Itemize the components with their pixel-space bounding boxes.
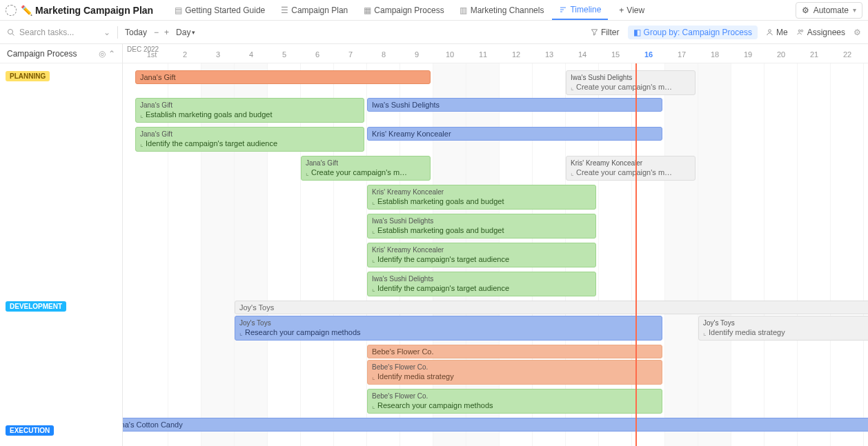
day-cell[interactable]: 2 — [168, 50, 201, 59]
timeline-bar[interactable]: Kris' Kreamy Koncealer⌞Identify the camp… — [367, 243, 596, 267]
gear-icon: ⚙ — [802, 6, 809, 15]
timeline-bar[interactable]: Iwa's Sushi Delights⌞Identify the campai… — [367, 272, 596, 296]
timeline-area: DEC 2022 1st2345678910111213141516171819… — [123, 44, 868, 446]
timeline-bar[interactable]: Kris' Kreamy Koncealer⌞Create your campa… — [566, 156, 696, 181]
bar-task-title: ⌞Create your campaign's m… — [306, 168, 407, 177]
day-cell[interactable]: 16 — [632, 50, 665, 59]
timeline-bar[interactable]: Jana's Gift⌞Identify the campaign's targ… — [135, 127, 364, 152]
me-button[interactable]: Me — [766, 28, 788, 37]
filter-icon — [591, 28, 598, 36]
tab-getting-started-guide[interactable]: ▤Getting Started Guide — [167, 1, 272, 19]
bar-task-title: ⌞Create your campaign's m… — [571, 82, 672, 92]
timeline-bar[interactable]: Kris' Kreamy Koncealer — [367, 127, 662, 141]
tab-campaign-process[interactable]: ▦Campaign Process — [356, 1, 451, 19]
group-planning[interactable]: PLANNING — [0, 66, 55, 85]
timeline-bar[interactable]: Kris' Kreamy Koncealer⌞Establish marketi… — [367, 185, 596, 210]
timeline-bar[interactable]: Iwa's Sushi Delights⌞Create your campaig… — [566, 70, 696, 95]
eye-icon[interactable]: ◎ — [99, 49, 106, 59]
toolbar: Search tasks... ⌄ Today − + Day ▾ Filter… — [0, 21, 868, 44]
automate-button[interactable]: ⚙ Automate ▾ — [796, 2, 862, 19]
day-cell[interactable]: 6 — [301, 50, 334, 59]
svg-marker-5 — [591, 30, 597, 35]
subtask-icon: ⌞ — [372, 226, 375, 235]
timeline-bar[interactable]: Bebe's Flower Co.⌞Research your campaign… — [367, 389, 662, 414]
subtask-icon: ⌞ — [571, 83, 574, 92]
zoom-select[interactable]: Day ▾ — [176, 28, 195, 37]
collapse-icon[interactable]: ⌃ — [108, 49, 115, 59]
day-cell[interactable]: 13 — [533, 50, 566, 59]
day-cell[interactable]: 7 — [334, 50, 367, 59]
tab-campaign-plan[interactable]: ☰Campaign Plan — [273, 1, 355, 19]
day-cell[interactable]: 17 — [665, 50, 698, 59]
timeline-bar[interactable]: Ariana's Cotton Candy — [123, 418, 868, 432]
bar-title: Iwa's Sushi Delights — [372, 101, 440, 109]
page-title[interactable]: ✏️ Marketing Campaign Plan — [21, 5, 153, 16]
minus-button[interactable]: − — [154, 28, 159, 37]
more-button[interactable]: ⚙ — [854, 28, 861, 37]
timeline-bar[interactable]: Jana's Gift — [135, 70, 431, 84]
app-loading-icon — [6, 5, 17, 16]
person-icon — [766, 28, 773, 36]
tab-icon: ☰ — [280, 6, 288, 14]
day-cell[interactable]: 15 — [599, 50, 632, 59]
day-cell[interactable]: 11 — [466, 50, 500, 59]
timeline-bar[interactable]: Joy's Toys — [235, 301, 868, 314]
day-cell[interactable]: 3 — [201, 50, 235, 59]
group-label: EXECUTION — [6, 425, 54, 436]
day-cell[interactable]: 12 — [500, 50, 533, 59]
timeline-bar[interactable]: Jana's Gift⌞Establish marketing goals an… — [135, 98, 364, 123]
today-button[interactable]: Today — [125, 28, 147, 37]
timeline-body[interactable]: Jana's GiftIwa's Sushi Delights⌞Create y… — [123, 63, 868, 446]
subtask-icon: ⌞ — [306, 168, 309, 177]
day-cell[interactable]: 18 — [698, 50, 731, 59]
timeline-bar[interactable]: Bebe's Flower Co.⌞Identify media strateg… — [367, 360, 662, 385]
timeline-bar[interactable]: Iwa's Sushi Delights — [367, 98, 662, 112]
tab-timeline[interactable]: Timeline — [552, 1, 608, 20]
grid-column — [665, 63, 698, 446]
day-cell[interactable]: 20 — [765, 50, 798, 59]
tab-marketing-channels[interactable]: ▥Marketing Channels — [453, 1, 551, 19]
toolbar-right: Filter ◧ Group by: Campaign Process Me A… — [591, 26, 861, 39]
bar-task-title: ⌞Establish marketing goals and budget — [372, 225, 504, 235]
day-cell[interactable]: 21 — [798, 50, 831, 59]
group-development[interactable]: DEVELOPMENT — [0, 296, 72, 316]
day-cell[interactable]: 8 — [367, 50, 400, 59]
page-title-text: Marketing Campaign Plan — [35, 5, 153, 16]
bar-parent-title: Jana's Gift — [306, 159, 338, 168]
subtask-icon: ⌞ — [372, 401, 375, 410]
group-by-pill[interactable]: ◧ Group by: Campaign Process — [628, 26, 758, 39]
search-input[interactable]: Search tasks... ⌄ — [7, 28, 110, 37]
bar-parent-title: Joy's Toys — [239, 318, 271, 327]
search-placeholder: Search tasks... — [19, 28, 74, 37]
pencil-icon: ✏️ — [21, 5, 32, 16]
timeline-bar[interactable]: Joy's Toys⌞Research your campaign method… — [235, 316, 662, 341]
plus-button[interactable]: + — [164, 28, 169, 37]
subtask-icon: ⌞ — [140, 110, 144, 119]
day-cell[interactable]: 1st — [135, 50, 168, 59]
day-cell[interactable]: 10 — [433, 50, 466, 59]
tab-icon: ▥ — [460, 6, 468, 14]
assignees-button[interactable]: Assignees — [796, 28, 845, 37]
zoom-label: Day — [176, 28, 190, 37]
svg-point-7 — [798, 30, 800, 32]
header-bar: ✏️ Marketing Campaign Plan ▤Getting Star… — [0, 0, 868, 21]
day-cell[interactable]: 14 — [566, 50, 599, 59]
day-cell[interactable]: 9 — [400, 50, 433, 59]
bar-parent-title: Kris' Kreamy Koncealer — [571, 159, 642, 168]
day-cell[interactable]: 19 — [731, 50, 765, 59]
filter-button[interactable]: Filter — [591, 28, 620, 37]
timeline-bar[interactable]: Jana's Gift⌞Create your campaign's m… — [301, 156, 431, 181]
group-execution[interactable]: EXECUTION — [0, 420, 59, 440]
group-by-label: Group by: Campaign Process — [644, 28, 752, 37]
timeline-bar[interactable]: Iwa's Sushi Delights⌞Establish marketing… — [367, 214, 596, 239]
timeline-bar[interactable]: Joy's Toys⌞Identify media strategy — [698, 316, 868, 341]
timeline-bar[interactable]: Bebe's Flower Co. — [367, 345, 662, 358]
day-cell[interactable]: 4 — [235, 50, 268, 59]
day-cell[interactable]: 22 — [831, 50, 864, 59]
group-label: DEVELOPMENT — [6, 301, 66, 312]
day-cell[interactable]: 5 — [268, 50, 301, 59]
day-cell[interactable]: 23 — [864, 50, 868, 59]
grid-column — [831, 63, 864, 446]
bar-task-title: ⌞Research your campaign methods — [239, 327, 361, 337]
add-view-button[interactable]: + View — [612, 1, 651, 19]
